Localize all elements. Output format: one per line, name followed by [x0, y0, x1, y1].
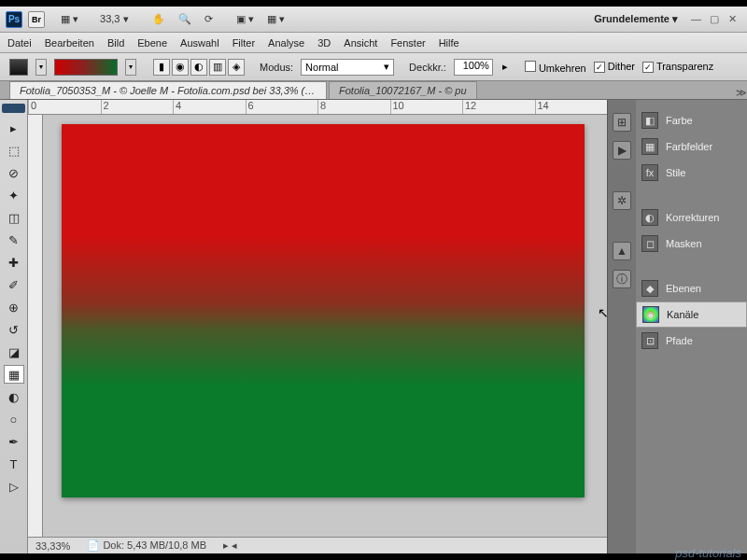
- panel-pfade[interactable]: ⊡Pfade: [636, 328, 747, 354]
- rotate-icon[interactable]: ⟳: [201, 11, 217, 27]
- photoshop-icon: Ps: [6, 11, 22, 28]
- menu-auswahl[interactable]: Auswahl: [180, 37, 219, 49]
- layout-menu-icon[interactable]: ▦ ▾: [57, 11, 82, 27]
- color-icon: ◧: [641, 112, 658, 129]
- diamond-gradient-icon[interactable]: ◈: [228, 59, 245, 76]
- menubar: Datei Bearbeiten Bild Ebene Auswahl Filt…: [0, 33, 747, 53]
- eraser-tool-icon[interactable]: ◪: [4, 343, 24, 361]
- menu-ebene[interactable]: Ebene: [137, 37, 167, 49]
- opacity-label: Deckkr.:: [409, 62, 446, 73]
- minimize-icon[interactable]: —: [691, 13, 704, 26]
- linear-gradient-icon[interactable]: ▮: [153, 59, 170, 76]
- panel-farbfelder[interactable]: ▦Farbfelder: [636, 133, 747, 160]
- type-tool-icon[interactable]: T: [4, 455, 24, 473]
- history-brush-icon[interactable]: ↺: [4, 320, 24, 339]
- crop-tool-icon[interactable]: ◫: [4, 208, 24, 227]
- masks-icon: ◻: [641, 235, 658, 252]
- panel-farbe[interactable]: ◧Farbe: [636, 107, 747, 133]
- titlebar: Ps Br ▦ ▾ 33,3 ▾ ✋ 🔍 ⟳ ▣ ▾ ▦ ▾ Grundelem…: [0, 7, 747, 33]
- radial-gradient-icon[interactable]: ◉: [172, 59, 189, 76]
- panel-masken[interactable]: ◻Masken: [636, 231, 747, 257]
- menu-3d[interactable]: 3D: [317, 37, 331, 49]
- menu-datei[interactable]: Datei: [7, 37, 32, 49]
- zoom-value[interactable]: 33,3 ▾: [96, 11, 132, 27]
- close-icon[interactable]: ✕: [728, 13, 741, 26]
- paths-icon: ⊡: [641, 332, 658, 349]
- tool-preset-arrow[interactable]: ▾: [35, 59, 47, 76]
- stamp-tool-icon[interactable]: ⊕: [4, 298, 24, 316]
- panel-ebenen[interactable]: ◆Ebenen: [636, 275, 747, 301]
- watermark: psd-tutorials: [675, 546, 741, 553]
- collapsed-panel-strip: ⊞ ▶ ✲ ▲ ⓘ: [608, 100, 636, 553]
- umkehren-label: Umkehren: [539, 63, 586, 74]
- channels-icon: ◉: [642, 306, 659, 323]
- menu-bearbeiten[interactable]: Bearbeiten: [45, 37, 94, 49]
- panel-kanaele[interactable]: ◉Kanäle↖: [636, 301, 747, 328]
- transparenz-label: Transparenz: [656, 61, 713, 72]
- eyedropper-tool-icon[interactable]: ✎: [4, 231, 24, 249]
- screen-mode-icon[interactable]: ▣ ▾: [233, 11, 258, 27]
- healing-tool-icon[interactable]: ✚: [4, 253, 24, 272]
- document-tabs: Fotolia_7050353_M - © Joelle M - Fotolia…: [0, 81, 747, 100]
- tab-active[interactable]: Fotolia_7050353_M - © Joelle M - Fotolia…: [9, 81, 327, 99]
- adjust-icon[interactable]: ▲: [613, 242, 631, 260]
- menu-hilfe[interactable]: Hilfe: [439, 37, 459, 49]
- menu-filter[interactable]: Filter: [233, 37, 255, 49]
- umkehren-checkbox[interactable]: [525, 61, 536, 72]
- gradient-preview[interactable]: [54, 59, 118, 76]
- marquee-tool-icon[interactable]: ⬚: [4, 141, 24, 160]
- modus-label: Modus:: [260, 62, 293, 73]
- reflected-gradient-icon[interactable]: ▥: [209, 59, 226, 76]
- dither-checkbox[interactable]: ✓: [594, 62, 605, 73]
- maximize-icon[interactable]: ▢: [710, 13, 723, 26]
- panel-stile[interactable]: fxStile: [636, 160, 747, 186]
- tab-inactive[interactable]: Fotolia_10072167_M - © pu: [329, 81, 477, 99]
- blur-tool-icon[interactable]: ◐: [4, 387, 24, 406]
- pen-tool-icon[interactable]: ✒: [4, 432, 24, 451]
- menu-bild[interactable]: Bild: [107, 37, 124, 49]
- brush-tool-icon[interactable]: ✐: [4, 275, 24, 294]
- layers-icon: ◆: [641, 280, 658, 297]
- wheel-icon[interactable]: ✲: [613, 191, 631, 210]
- cursor-icon: ↖: [598, 305, 609, 320]
- gradient-type-buttons: ▮ ◉ ◐ ▥ ◈: [153, 59, 245, 76]
- dither-label: Dither: [608, 61, 635, 72]
- blend-mode-select[interactable]: Normal▾: [301, 59, 394, 76]
- opacity-input[interactable]: 100%: [454, 59, 493, 76]
- status-doc: 📄 Dok: 5,43 MB/10,8 MB: [87, 539, 206, 552]
- path-tool-icon[interactable]: ▷: [4, 477, 24, 496]
- swatches-icon: ▦: [641, 138, 658, 155]
- canvas[interactable]: [43, 115, 607, 537]
- right-panels: ⊞ ▶ ✲ ▲ ⓘ ◧Farbe ▦Farbfelder fxStile ◐Ko…: [607, 100, 747, 553]
- dodge-tool-icon[interactable]: ○: [4, 410, 24, 428]
- options-bar: ▾ ▾ ▮ ◉ ◐ ▥ ◈ Modus: Normal▾ Deckkr.: 10…: [0, 53, 747, 81]
- lasso-tool-icon[interactable]: ⊘: [4, 163, 24, 182]
- tab-nav-arrows[interactable]: ≫: [736, 87, 747, 99]
- menu-fenster[interactable]: Fenster: [390, 37, 425, 49]
- gradient-arrow[interactable]: ▾: [125, 59, 136, 76]
- transparenz-checkbox[interactable]: ✓: [642, 62, 654, 73]
- hand-icon[interactable]: ✋: [148, 11, 169, 27]
- move-tool-icon[interactable]: ▸: [4, 119, 24, 137]
- ruler-vertical: [28, 115, 43, 537]
- angle-gradient-icon[interactable]: ◐: [190, 59, 207, 76]
- bridge-icon[interactable]: Br: [28, 11, 45, 28]
- navigator-icon[interactable]: ▶: [613, 141, 631, 160]
- arrange-icon[interactable]: ▦ ▾: [263, 11, 289, 27]
- corrections-icon: ◐: [641, 209, 658, 226]
- statusbar: 33,33% 📄 Dok: 5,43 MB/10,8 MB ▸ ◂ psd-tu…: [28, 537, 607, 553]
- menu-ansicht[interactable]: Ansicht: [344, 37, 377, 49]
- panel-korrekturen[interactable]: ◐Korrekturen: [636, 204, 747, 231]
- toolbox: ▸ ⬚ ⊘ ✦ ◫ ✎ ✚ ✐ ⊕ ↺ ◪ ▦ ◐ ○ ✒ T ▷: [0, 100, 28, 553]
- menu-analyse[interactable]: Analyse: [268, 37, 304, 49]
- wand-tool-icon[interactable]: ✦: [4, 186, 24, 204]
- histogram-icon[interactable]: ⊞: [613, 113, 631, 132]
- document[interactable]: [62, 124, 585, 497]
- status-zoom[interactable]: 33,33%: [35, 540, 70, 552]
- gradient-tool-icon[interactable]: ▦: [4, 365, 24, 384]
- tool-preset[interactable]: [9, 59, 28, 76]
- info-icon[interactable]: ⓘ: [613, 270, 631, 288]
- zoom-icon[interactable]: 🔍: [175, 11, 195, 27]
- styles-icon: fx: [641, 164, 658, 181]
- workspace-switcher[interactable]: Grundelemente ▾: [586, 11, 685, 27]
